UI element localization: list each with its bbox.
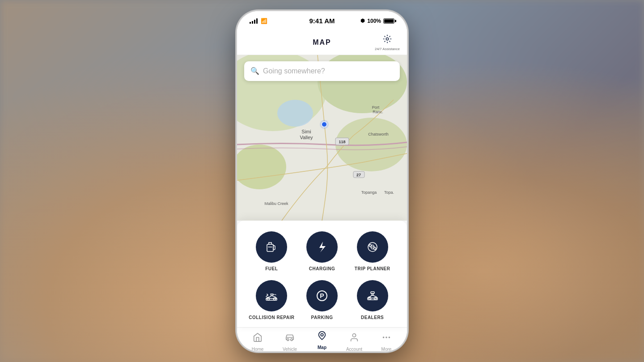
- phone-screen: 📶 9:41 AM ⬢ 100% MAP: [237, 11, 407, 351]
- account-icon: [349, 332, 359, 345]
- phone-frame: 📶 9:41 AM ⬢ 100% MAP: [237, 11, 407, 351]
- svg-point-41: [291, 339, 293, 341]
- trip-planner-label: TRIP PLANNER: [355, 266, 390, 271]
- svg-text:Chatsworth: Chatsworth: [368, 132, 389, 136]
- svg-point-0: [386, 38, 389, 40]
- collision-repair-icon-circle: [256, 280, 287, 311]
- status-left: 📶: [250, 18, 267, 24]
- charging-icon-circle: [306, 231, 338, 263]
- status-time: 9:41 AM: [309, 17, 335, 25]
- nav-map-label: Map: [318, 345, 326, 350]
- battery-icon: [383, 18, 394, 24]
- svg-text:Ranc.: Ranc.: [373, 110, 383, 114]
- svg-point-20: [320, 120, 329, 129]
- service-charging[interactable]: CHARGING: [299, 231, 345, 271]
- dealers-icon-circle: [357, 280, 388, 311]
- service-fuel[interactable]: FUEL: [249, 231, 295, 271]
- nav-more[interactable]: More: [370, 332, 402, 351]
- page-title: MAP: [313, 38, 331, 47]
- svg-point-42: [321, 333, 323, 336]
- status-bar: 📶 9:41 AM ⬢ 100%: [237, 11, 407, 31]
- parking-icon-circle: P: [306, 280, 338, 311]
- svg-text:P: P: [320, 292, 324, 299]
- search-input[interactable]: Going somewhere?: [263, 67, 325, 75]
- map-container[interactable]: 118 27 Simi Valley Port Ranc. Topanga Ma…: [237, 55, 407, 221]
- services-grid: FUEL CHARGING: [244, 231, 400, 320]
- svg-point-44: [383, 336, 385, 338]
- wifi-icon: 📶: [261, 18, 267, 24]
- battery-percent: 100%: [367, 18, 381, 24]
- service-parking[interactable]: P PARKING: [299, 280, 345, 320]
- dealers-label: DEALERS: [361, 315, 384, 320]
- assistance-label: 24/7 Assistance: [375, 47, 400, 51]
- svg-text:Topa.: Topa.: [384, 190, 394, 195]
- service-collision-repair[interactable]: COLLISION REPAIR: [249, 280, 295, 320]
- svg-point-6: [277, 100, 313, 127]
- bottom-nav: Home Vehicle: [237, 327, 407, 351]
- home-icon: [253, 332, 263, 345]
- svg-text:Port: Port: [372, 105, 380, 110]
- nav-home-label: Home: [252, 347, 264, 351]
- svg-point-46: [389, 336, 390, 338]
- svg-rect-21: [267, 244, 273, 251]
- bluetooth-icon: ⬢: [360, 18, 365, 24]
- status-right: ⬢ 100%: [360, 18, 394, 24]
- map-icon: [317, 331, 327, 343]
- svg-text:118: 118: [339, 140, 345, 144]
- parking-label: PARKING: [311, 315, 333, 320]
- svg-point-31: [274, 298, 276, 300]
- nav-vehicle-label: Vehicle: [283, 347, 297, 351]
- vehicle-icon: [285, 332, 295, 345]
- nav-vehicle[interactable]: Vehicle: [274, 332, 306, 351]
- more-icon: [381, 332, 391, 345]
- svg-point-45: [386, 336, 387, 338]
- assistance-button[interactable]: 24/7 Assistance: [375, 34, 400, 51]
- svg-line-33: [267, 294, 268, 295]
- nav-more-label: More: [381, 347, 392, 351]
- fuel-icon-circle: [256, 231, 287, 263]
- service-dealers[interactable]: DEALERS: [349, 280, 395, 320]
- nav-account-label: Account: [346, 347, 362, 351]
- charging-label: CHARGING: [309, 266, 335, 271]
- svg-text:27: 27: [356, 173, 361, 177]
- search-bar[interactable]: 🔍 Going somewhere?: [244, 61, 400, 81]
- search-icon: 🔍: [250, 67, 259, 75]
- svg-text:Simi: Simi: [301, 129, 311, 134]
- services-panel: FUEL CHARGING: [237, 221, 407, 327]
- svg-rect-39: [371, 292, 374, 294]
- svg-text:Malibu Creek: Malibu Creek: [264, 201, 288, 206]
- svg-point-40: [287, 339, 289, 341]
- svg-point-38: [374, 297, 376, 299]
- svg-point-43: [352, 334, 356, 337]
- svg-point-37: [369, 297, 371, 299]
- collision-repair-label: COLLISION REPAIR: [249, 315, 294, 320]
- nav-account[interactable]: Account: [338, 332, 370, 351]
- phone-wrapper: 📶 9:41 AM ⬢ 100% MAP: [237, 7, 407, 356]
- nav-map[interactable]: Map: [306, 331, 338, 351]
- svg-text:Valley: Valley: [300, 135, 313, 140]
- fuel-label: FUEL: [265, 266, 278, 271]
- trip-planner-icon-circle: [357, 231, 388, 263]
- signal-bars-icon: [250, 18, 258, 24]
- assistance-icon: [382, 34, 392, 46]
- svg-point-30: [267, 298, 270, 300]
- app-header: MAP 24/7 Assistance: [237, 31, 407, 55]
- nav-home[interactable]: Home: [242, 332, 274, 351]
- svg-text:Topanga: Topanga: [361, 190, 377, 195]
- service-trip-planner[interactable]: TRIP PLANNER: [349, 231, 395, 271]
